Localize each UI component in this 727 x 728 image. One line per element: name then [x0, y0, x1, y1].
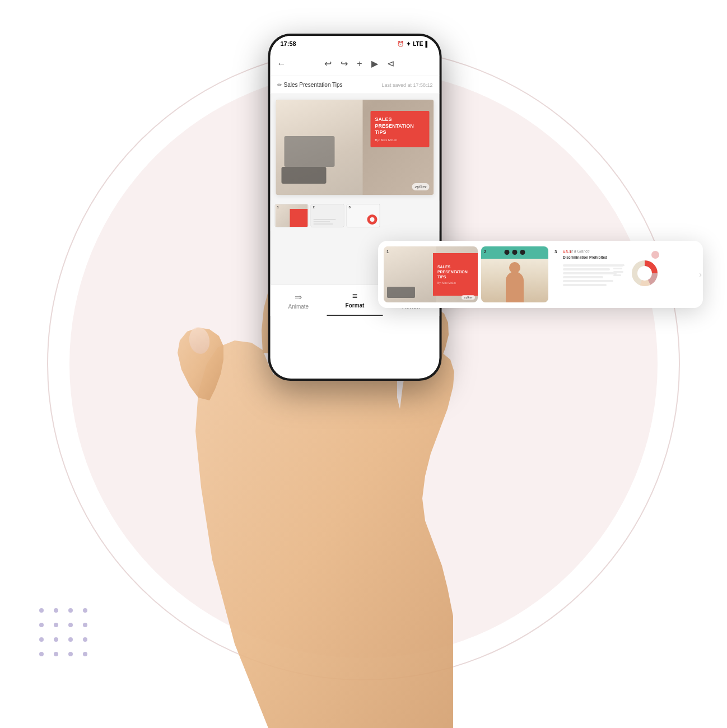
ps3-number: 3 [554, 249, 557, 254]
status-time: 17:58 [281, 40, 296, 47]
slide-logo: zylker [412, 183, 430, 190]
ps3-subtitle: Discrimination Prohibited [563, 255, 607, 259]
phone: 17:58 ⏰ ✦ LTE ▌ ← ↩ ↪ + ▶ ⊲ [268, 34, 442, 381]
svg-point-4 [640, 269, 649, 278]
panel-slide-3[interactable]: 3 #3.1 Discrimination Prohibited [552, 246, 664, 302]
ps3-glance-text: at a Glance [570, 249, 590, 253]
slide-title-box: SALES PRESENTATION TIPS By: Max McLin [371, 111, 430, 147]
nav-left: ← [277, 59, 286, 69]
panel-next-arrow[interactable]: › [699, 270, 702, 279]
redo-button[interactable]: ↪ [341, 58, 348, 69]
nav-center: ↩ ↪ + ▶ ⊲ [324, 58, 394, 69]
ps1-number: 1 [386, 249, 389, 254]
format-icon: ≡ [352, 291, 357, 301]
alarm-icon: ⏰ [397, 41, 404, 47]
undo-button[interactable]: ↩ [324, 58, 332, 69]
share-button[interactable]: ⊲ [387, 58, 394, 69]
battery-icon: ▌ [425, 41, 429, 47]
phone-screen: 17:58 ⏰ ✦ LTE ▌ ← ↩ ↪ + ▶ ⊲ [271, 36, 440, 379]
thumb-3[interactable]: 3 [347, 204, 380, 227]
doc-title-left: ✏ Sales Presentation Tips [277, 82, 343, 88]
doc-title-text: Sales Presentation Tips [284, 82, 343, 88]
thumb-1[interactable]: 1 [275, 204, 309, 227]
format-label: Format [346, 302, 365, 309]
status-icons: ⏰ ✦ LTE ▌ [397, 41, 429, 47]
play-button[interactable]: ▶ [371, 58, 378, 69]
back-button[interactable]: ← [277, 59, 286, 69]
slide-panel: SALES PRESENTATION TIPS By: Max McLin 1 … [378, 241, 703, 308]
main-slide[interactable]: SALES PRESENTATION TIPS By: Max McLin zy… [276, 100, 434, 195]
tab-format[interactable]: ≡ Format [327, 285, 383, 316]
doc-title-bar: ✏ Sales Presentation Tips Last saved at … [271, 76, 440, 94]
slide-title: SALES PRESENTATION TIPS [375, 116, 425, 136]
add-button[interactable]: + [357, 59, 362, 69]
tab-animate[interactable]: ⇒ Animate [271, 285, 327, 316]
scene: 17:58 ⏰ ✦ LTE ▌ ← ↩ ↪ + ▶ ⊲ [0, 0, 727, 728]
pencil-icon: ✏ [277, 82, 282, 88]
thumb-2[interactable]: 2 [311, 204, 344, 227]
animate-label: Animate [288, 304, 309, 310]
slide-photo [276, 100, 363, 195]
thumbnail-strip: 1 2 3 [271, 200, 440, 231]
dot-grid-decoration [39, 608, 87, 666]
ps1-logo: zylker [462, 295, 475, 300]
nav-bar: ← ↩ ↪ + ▶ ⊲ [271, 52, 440, 76]
ps3-accent-dot [651, 251, 659, 259]
doc-saved-text: Last saved at 17:58:12 [381, 82, 432, 88]
ps1-title: SALES PRESENTATION TIPS [437, 264, 473, 279]
animate-icon: ⇒ [295, 292, 302, 302]
lte-icon: LTE [413, 41, 423, 47]
signal-icon: ✦ [406, 41, 411, 47]
ps3-donut-chart [630, 259, 659, 290]
panel-slide-1[interactable]: SALES PRESENTATION TIPS By: Max McLin 1 … [384, 246, 478, 302]
slide-author: By: Max McLin [375, 138, 425, 142]
status-bar: 17:58 ⏰ ✦ LTE ▌ [271, 36, 440, 52]
ps2-number: 2 [484, 249, 486, 254]
panel-slide-2[interactable]: 2 [481, 246, 548, 302]
